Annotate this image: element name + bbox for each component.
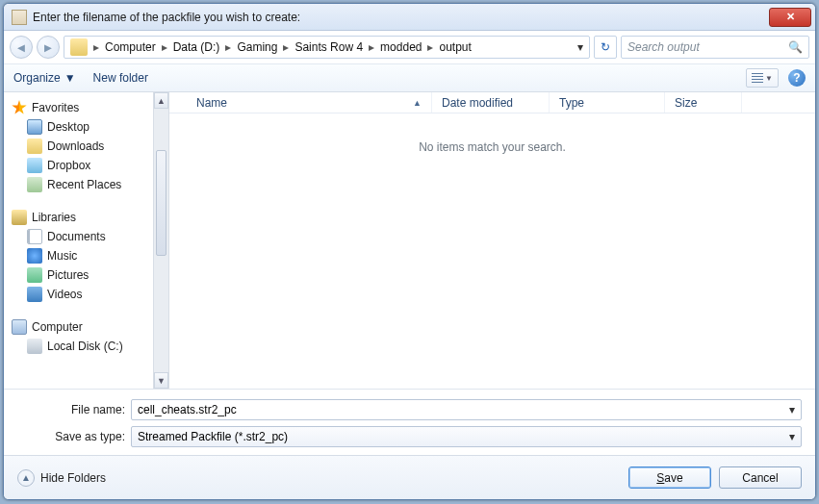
chevron-right-icon[interactable]: ▸ <box>91 40 101 54</box>
breadcrumb-seg[interactable]: Gaming <box>233 40 281 54</box>
col-date[interactable]: Date modified <box>432 92 550 113</box>
chevron-up-icon: ▲ <box>17 469 35 487</box>
filename-label: File name: <box>17 403 125 416</box>
chevron-down-icon: ▼ <box>64 71 76 85</box>
libraries-icon <box>12 210 27 225</box>
nav-bar: ◄ ► ▸ Computer▸ Data (D:)▸ Gaming▸ Saint… <box>4 31 815 63</box>
empty-message: No items match your search. <box>169 113 815 389</box>
save-panel: File name: cell_cheats.str2_pc▾ Save as … <box>4 389 815 453</box>
scroll-thumb[interactable] <box>156 150 166 256</box>
music-icon <box>27 248 42 264</box>
tree-favorites[interactable]: Favorites <box>12 98 153 117</box>
tree-item-videos[interactable]: Videos <box>12 285 153 304</box>
search-icon[interactable]: 🔍 <box>788 40 803 54</box>
tree-item-documents[interactable]: Documents <box>12 227 153 246</box>
tree-item-desktop[interactable]: Desktop <box>12 117 153 137</box>
chevron-right-icon[interactable]: ▸ <box>223 40 233 54</box>
breadcrumb-dropdown[interactable]: ▾ <box>574 40 587 54</box>
nav-tree: Favorites Desktop Downloads Dropbox Rece… <box>4 92 153 389</box>
breadcrumb[interactable]: ▸ Computer▸ Data (D:)▸ Gaming▸ Saints Ro… <box>64 36 590 59</box>
organize-menu[interactable]: Organize▼ <box>13 71 76 85</box>
folder-icon <box>70 38 88 56</box>
file-list: Name▲ Date modified Type Size No items m… <box>169 92 815 389</box>
scroll-up-button[interactable]: ▲ <box>154 92 168 109</box>
view-options-button[interactable]: ▼ <box>746 68 779 88</box>
scroll-down-button[interactable]: ▼ <box>154 372 168 389</box>
chevron-down-icon: ▼ <box>765 74 773 83</box>
chevron-right-icon[interactable]: ▸ <box>160 40 169 54</box>
chevron-right-icon[interactable]: ▸ <box>425 40 435 54</box>
sort-asc-icon: ▲ <box>413 98 422 108</box>
hide-folders-button[interactable]: ▲ Hide Folders <box>17 469 106 487</box>
footer: ▲ Hide Folders Save Cancel <box>4 455 815 499</box>
savetype-select[interactable]: Streamed Packfile (*.str2_pc)▾ <box>131 426 802 447</box>
help-button[interactable]: ? <box>788 69 806 87</box>
tree-item-recent[interactable]: Recent Places <box>12 175 153 194</box>
tree-item-local-disk[interactable]: Local Disk (C:) <box>12 337 153 356</box>
breadcrumb-seg[interactable]: Saints Row 4 <box>291 40 367 54</box>
breadcrumb-seg[interactable]: Data (D:) <box>169 40 224 54</box>
title-bar[interactable]: Enter the filename of the packfile you w… <box>4 4 815 31</box>
window-title: Enter the filename of the packfile you w… <box>33 11 769 24</box>
col-size[interactable]: Size <box>665 92 742 113</box>
chevron-down-icon[interactable]: ▾ <box>789 430 795 443</box>
chevron-right-icon[interactable]: ▸ <box>281 40 291 54</box>
back-button[interactable]: ◄ <box>10 36 33 59</box>
tree-item-downloads[interactable]: Downloads <box>12 137 153 156</box>
desktop-icon <box>27 119 42 135</box>
breadcrumb-seg[interactable]: Computer <box>101 40 160 54</box>
breadcrumb-seg[interactable]: output <box>435 40 474 54</box>
tree-scrollbar[interactable]: ▲ ▼ <box>153 92 169 389</box>
chevron-down-icon[interactable]: ▾ <box>789 403 795 416</box>
forward-button[interactable]: ► <box>37 36 60 59</box>
col-name[interactable]: Name▲ <box>187 92 432 113</box>
toolbar: Organize▼ New folder ▼ ? <box>4 63 815 92</box>
savetype-label: Save as type: <box>17 430 125 443</box>
close-button[interactable]: ✕ <box>769 8 811 27</box>
tree-libraries[interactable]: Libraries <box>12 208 153 227</box>
pictures-icon <box>27 267 42 283</box>
computer-icon <box>12 319 27 335</box>
save-button[interactable]: Save <box>628 466 711 489</box>
app-icon <box>12 10 27 25</box>
search-placeholder: Search output <box>627 40 700 54</box>
cancel-button[interactable]: Cancel <box>719 466 802 489</box>
list-icon <box>752 73 763 83</box>
new-folder-button[interactable]: New folder <box>93 71 148 85</box>
col-type[interactable]: Type <box>550 92 665 113</box>
dropbox-icon <box>27 158 42 173</box>
chevron-right-icon[interactable]: ▸ <box>367 40 376 54</box>
videos-icon <box>27 287 42 302</box>
breadcrumb-seg[interactable]: modded <box>376 40 425 54</box>
search-input[interactable]: Search output 🔍 <box>621 36 809 59</box>
tree-item-dropbox[interactable]: Dropbox <box>12 156 153 175</box>
document-icon <box>27 229 42 244</box>
column-headers: Name▲ Date modified Type Size <box>169 92 815 113</box>
downloads-icon <box>27 139 42 154</box>
filename-input[interactable]: cell_cheats.str2_pc▾ <box>131 399 802 420</box>
tree-item-music[interactable]: Music <box>12 246 153 265</box>
star-icon <box>12 100 27 115</box>
tree-computer[interactable]: Computer <box>12 317 153 337</box>
disk-icon <box>27 339 42 354</box>
tree-item-pictures[interactable]: Pictures <box>12 265 153 285</box>
refresh-button[interactable]: ↻ <box>594 36 617 59</box>
recent-icon <box>27 177 42 192</box>
